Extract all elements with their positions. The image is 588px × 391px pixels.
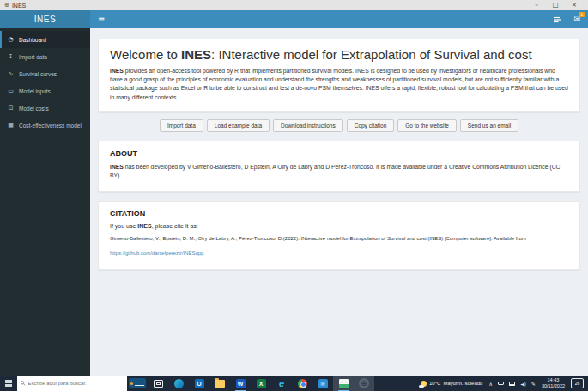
globe-favicon-icon: ⊕	[4, 3, 9, 9]
dashboard-icon: ◔	[7, 36, 15, 43]
weather-widget[interactable]: 10°C Mayorm. soleado	[421, 381, 482, 387]
sidebar-item-label: Cost-effectiveness model	[19, 123, 82, 129]
taskbar-clock[interactable]: 14:43 30/11/2022	[542, 377, 565, 390]
app-window: ⊕ INES – □ × INES ≡ ✉ 1	[0, 0, 588, 391]
welcome-brand: INES	[110, 68, 124, 74]
clock-time: 14:43	[542, 377, 565, 383]
navbar: ≡ ✉ 1	[90, 10, 588, 28]
pinned-app-icon[interactable]	[127, 376, 148, 391]
windows-taskbar: O W X e ✉ ⊕ 10°C Mayorm. soleado ∧ ◄) ✎	[0, 376, 588, 391]
citation-intro-suffix: , please cite it as:	[152, 223, 198, 229]
title-brand: INES	[181, 47, 211, 62]
sidebar-item-import-data[interactable]: ↧ Import data	[0, 48, 90, 65]
search-input[interactable]	[28, 381, 124, 386]
sidebar-toggle-icon[interactable]: ≡	[98, 15, 105, 24]
import-icon: ↧	[7, 53, 15, 60]
citation-text: Gimeno-Ballestero, V., Epstein, D. M., O…	[110, 235, 568, 243]
sidebar-item-label: Dashboard	[19, 37, 46, 43]
window-titlebar: ⊕ INES – □ ×	[0, 0, 588, 10]
welcome-paragraph: INES provides an open-access tool powere…	[110, 67, 568, 102]
citation-intro-prefix: If you use	[110, 223, 137, 229]
about-text: INES has been developed by V Gimeno-Ball…	[110, 163, 568, 180]
messages-badge: 1	[579, 12, 585, 17]
maximize-button[interactable]: □	[546, 0, 565, 10]
about-brand: INES	[110, 164, 124, 170]
action-button-row: Import data Load example data Download i…	[98, 119, 580, 132]
ines-app-icon[interactable]: ⊕	[354, 376, 374, 391]
chrome-icon[interactable]	[292, 376, 312, 391]
body-row: ◔ Dashboard ↧ Import data ∿ Survival cur…	[0, 28, 588, 376]
about-box: ABOUT INES has been developed by V Gimen…	[98, 141, 580, 192]
sidebar-item-model-costs[interactable]: ⊡ Model costs	[0, 99, 90, 117]
task-view-icon[interactable]	[148, 376, 168, 391]
pen-icon[interactable]: ✎	[531, 381, 536, 387]
welcome-box: Welcome to INES: INteractive model for E…	[98, 39, 580, 112]
app-header: INES ≡ ✉ 1	[0, 10, 588, 28]
sidebar-item-label: Model costs	[19, 105, 49, 111]
close-button[interactable]: ×	[565, 0, 584, 10]
file-explorer-icon[interactable]	[209, 376, 230, 391]
sidebar-item-model-inputs[interactable]: ▭ Model inputs	[0, 82, 90, 99]
send-email-button[interactable]: Send us an email	[460, 119, 518, 132]
network-icon[interactable]	[509, 382, 515, 386]
citation-link[interactable]: https://github.com/danielpereztr/INESapp	[110, 250, 203, 256]
speaker-icon[interactable]: ◄)	[520, 381, 526, 387]
mail-app-icon[interactable]: ✉	[312, 376, 333, 391]
weather-desc: Mayorm. soleado	[443, 381, 482, 386]
about-body: has been developed by V Gimeno-Ballester…	[110, 164, 561, 178]
start-button[interactable]	[0, 376, 17, 391]
import-data-button[interactable]: Import data	[160, 119, 203, 132]
internet-explorer-icon[interactable]: e	[271, 376, 292, 391]
sidebar-item-cost-effectiveness-model[interactable]: ▦ Cost-effectiveness model	[0, 117, 90, 134]
search-icon	[21, 381, 26, 386]
keyboard-icon: ▭	[7, 87, 15, 94]
load-example-data-button[interactable]: Load example data	[207, 119, 270, 132]
citation-intro: If you use INES, please cite it as:	[110, 223, 568, 229]
app-logo: INES	[0, 10, 90, 28]
window-controls: – □ ×	[527, 0, 584, 10]
windows-logo-icon	[5, 380, 12, 387]
sidebar-item-label: Import data	[19, 54, 47, 60]
line-chart-icon: ∿	[7, 70, 15, 77]
citation-heading: CITATION	[110, 209, 568, 218]
messages-menu-icon[interactable]: ✉ 1	[573, 15, 580, 23]
action-center-icon[interactable]: 26	[571, 378, 584, 388]
taskbar-right: 10°C Mayorm. soleado ∧ ◄) ✎ 14:43 30/11/…	[421, 376, 588, 391]
welcome-text: provides an open-access tool powered by …	[110, 68, 568, 100]
tray-expand-icon[interactable]: ∧	[488, 381, 492, 387]
title-suffix: : INteractive model for Extrapolation of…	[211, 47, 532, 62]
go-to-website-button[interactable]: Go to the website	[397, 119, 457, 132]
globe-app-icon: ⊕	[359, 378, 369, 388]
sidebar-item-survival-curves[interactable]: ∿ Survival curves	[0, 65, 90, 82]
excel-icon[interactable]: X	[251, 376, 271, 391]
weather-sun-icon	[421, 381, 427, 387]
notification-count: 26	[575, 381, 580, 386]
sidebar-item-dashboard[interactable]: ◔ Dashboard	[0, 31, 90, 48]
calculator-icon: ▦	[7, 122, 15, 129]
copy-citation-button[interactable]: Copy citation	[347, 119, 395, 132]
window-title: INES	[12, 3, 26, 9]
edge-icon[interactable]	[168, 376, 189, 391]
minimize-button[interactable]: –	[527, 0, 546, 10]
taskbar-search[interactable]	[17, 376, 127, 391]
pinned-app-logo-icon	[129, 378, 146, 388]
sidebar: ◔ Dashboard ↧ Import data ∿ Survival cur…	[0, 28, 90, 376]
weather-temp: 10°C	[429, 381, 440, 386]
about-heading: ABOUT	[110, 149, 568, 158]
navbar-right: ✉ 1	[554, 15, 580, 23]
outlook-icon[interactable]: O	[189, 376, 209, 391]
battery-icon[interactable]	[498, 382, 504, 385]
sidebar-item-label: Model inputs	[19, 88, 51, 94]
citation-brand: INES	[137, 223, 151, 229]
citation-box: CITATION If you use INES, please cite it…	[98, 201, 580, 270]
page-title: Welcome to INES: INteractive model for E…	[110, 47, 568, 62]
clock-date: 30/11/2022	[542, 383, 565, 389]
title-prefix: Welcome to	[110, 47, 181, 62]
tasks-menu-icon[interactable]	[554, 16, 562, 23]
money-bill-icon: ⊡	[7, 105, 15, 111]
download-instructions-button[interactable]: Download instructions	[273, 119, 343, 132]
capture-app-icon[interactable]	[333, 376, 354, 391]
word-icon[interactable]: W	[230, 376, 251, 391]
system-tray: ∧ ◄) ✎	[488, 381, 535, 387]
main-content: Welcome to INES: INteractive model for E…	[90, 28, 588, 376]
